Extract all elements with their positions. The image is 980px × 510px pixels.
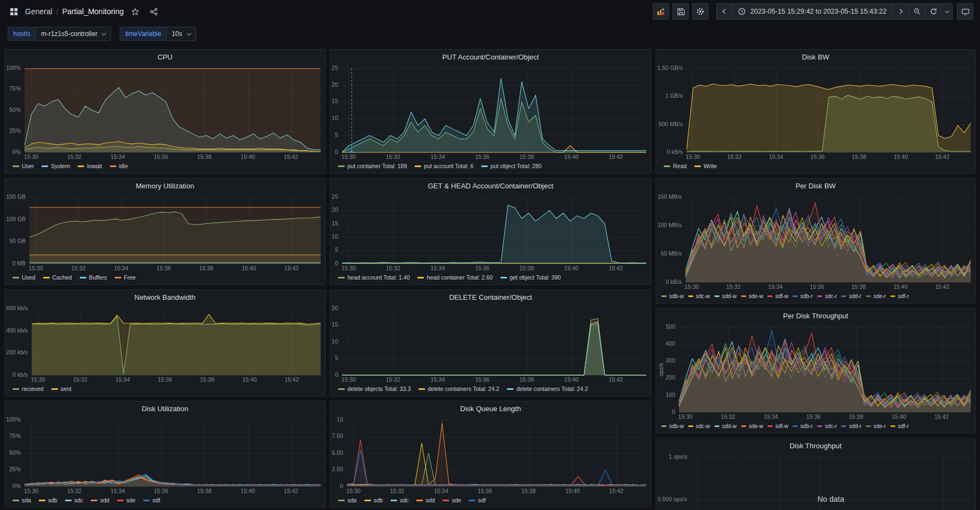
legend-item[interactable]: sdd-r (841, 423, 861, 429)
variable-time-dropdown[interactable]: 10s (166, 27, 196, 41)
chart-canvas[interactable] (656, 64, 975, 161)
legend-item[interactable]: idle (110, 163, 128, 169)
legend-item[interactable]: sdc-r (817, 423, 837, 429)
legend-series-marker (42, 165, 48, 167)
legend-item[interactable]: sdf-r (890, 423, 909, 429)
legend-item[interactable]: sdd (416, 497, 435, 503)
panel-header[interactable]: Network Bandwidth (5, 290, 325, 304)
legend-item[interactable]: head account Total: 1.40 (338, 274, 410, 281)
legend-item[interactable]: Read (664, 163, 687, 169)
panel-header[interactable]: Memory Utilization (5, 179, 325, 193)
legend-item[interactable]: sdc-r (817, 293, 837, 299)
legend-item[interactable]: Iowait (78, 163, 102, 169)
legend-item[interactable]: sdf (143, 497, 160, 503)
panel-header[interactable]: Disk Utilization (5, 401, 325, 416)
legend-item[interactable]: sdb (39, 497, 57, 503)
time-back-icon[interactable] (716, 3, 733, 20)
share-icon[interactable] (147, 3, 161, 20)
legend-item[interactable]: User (13, 163, 34, 169)
legend-item[interactable]: sde-w (741, 423, 764, 429)
legend-item[interactable]: Buffers (80, 274, 107, 281)
legend-item[interactable]: sdb-r (793, 293, 813, 299)
legend-item[interactable]: sde-w (741, 293, 764, 299)
chart-canvas[interactable] (330, 64, 651, 161)
legend-item[interactable]: sdf-w (768, 293, 788, 299)
legend-label: get object Total: 390 (510, 274, 561, 281)
legend-item[interactable]: get object Total: 390 (500, 274, 561, 281)
panel-header[interactable]: Per Disk Throughput (656, 309, 975, 323)
dashboard-settings-icon[interactable] (692, 3, 709, 20)
refresh-icon[interactable] (925, 3, 942, 20)
legend-item[interactable]: recieved (13, 386, 44, 392)
time-range-picker[interactable]: 2023-05-15 15:29:42 to 2023-05-15 15:43:… (733, 3, 893, 20)
legend-item[interactable]: sdd (91, 497, 109, 503)
legend-item[interactable]: sdb-w (662, 293, 684, 299)
legend-item[interactable]: sent (51, 386, 72, 392)
chart-canvas[interactable] (330, 416, 651, 495)
panel-header[interactable]: Disk Queue Length (330, 401, 651, 416)
legend-item[interactable]: sde-r (866, 293, 886, 299)
variable-host-dropdown[interactable]: m-r1z1s5-controller (36, 27, 111, 41)
legend-item[interactable]: sdf-w (768, 423, 788, 429)
legend-item[interactable]: sda (338, 497, 357, 503)
legend-item[interactable]: Cached (43, 274, 72, 281)
time-forward-icon[interactable] (893, 3, 909, 20)
legend-item[interactable]: put account Total: 6 (415, 163, 474, 169)
legend-item[interactable]: sdf (469, 497, 486, 503)
legend-item[interactable]: sdd-w (715, 423, 737, 429)
legend-item[interactable]: Free (115, 274, 136, 281)
variable-host-label: hostIs (8, 27, 36, 41)
legend-item[interactable]: head container Total: 2.60 (417, 274, 493, 281)
legend-series-marker (43, 277, 50, 278)
panel-header[interactable]: DELETE Container/Object (330, 290, 651, 304)
panel-header[interactable]: Disk Throughput (656, 438, 975, 453)
legend-item[interactable]: sdc-w (688, 293, 710, 299)
add-panel-icon[interactable] (653, 3, 669, 20)
legend-item[interactable]: put container Total: 189 (338, 163, 407, 169)
zoom-out-icon[interactable] (909, 3, 925, 20)
legend-item[interactable]: delete objects Total: 33.3 (338, 386, 411, 392)
chart-canvas[interactable] (5, 64, 325, 161)
kiosk-tv-icon[interactable] (957, 3, 973, 20)
legend-item[interactable]: sdb-w (662, 423, 684, 429)
chart-canvas[interactable] (330, 304, 651, 384)
panel-header[interactable]: GET & HEAD Account/Container/Object (330, 179, 651, 193)
legend-series-marker (817, 425, 822, 427)
star-icon[interactable] (128, 3, 143, 20)
chart-canvas[interactable] (5, 304, 325, 384)
legend-item[interactable]: delete containers Total: 24.2 (507, 386, 588, 392)
legend-item[interactable]: sdf-r (890, 293, 909, 299)
save-dashboard-icon[interactable] (672, 3, 689, 20)
legend-item[interactable]: sdc-w (688, 423, 710, 429)
chart-canvas[interactable] (656, 453, 975, 510)
chart-canvas[interactable] (330, 193, 651, 272)
chart-canvas[interactable] (5, 193, 325, 272)
legend-item[interactable]: sda (13, 497, 31, 503)
legend-item[interactable]: Write (694, 163, 717, 169)
legend-item[interactable]: sdc (65, 497, 83, 503)
dashboards-grid-icon[interactable] (7, 3, 21, 20)
legend-item[interactable]: sde (442, 497, 461, 503)
legend-item[interactable]: sdb-r (793, 423, 813, 429)
legend-item[interactable]: Used (13, 274, 36, 281)
chart-canvas[interactable] (656, 193, 975, 291)
legend-item[interactable]: put object Total: 280 (481, 163, 542, 169)
legend-series-marker (338, 500, 345, 501)
legend-item[interactable]: sde (117, 497, 135, 503)
legend-item[interactable]: sdd-r (841, 293, 861, 299)
chart-canvas[interactable] (5, 416, 325, 495)
panel-header[interactable]: CPU (5, 50, 325, 64)
panel-header[interactable]: Per Disk BW (656, 179, 975, 193)
legend-item[interactable]: sdd-w (715, 293, 737, 299)
legend-item[interactable]: delete containers Total: 24.2 (418, 386, 499, 392)
breadcrumb-folder[interactable]: General (25, 7, 52, 16)
refresh-interval-dropdown-icon[interactable] (942, 3, 953, 20)
legend-series-marker (51, 388, 58, 390)
legend-item[interactable]: sdc (391, 497, 409, 503)
panel-header[interactable]: Disk BW (656, 50, 975, 64)
legend-item[interactable]: sde-r (866, 423, 886, 429)
legend-item[interactable]: System (42, 163, 70, 169)
panel-header[interactable]: PUT Account/Container/Object (330, 50, 651, 64)
chart-canvas[interactable] (656, 323, 975, 421)
legend-item[interactable]: sdb (364, 497, 383, 503)
